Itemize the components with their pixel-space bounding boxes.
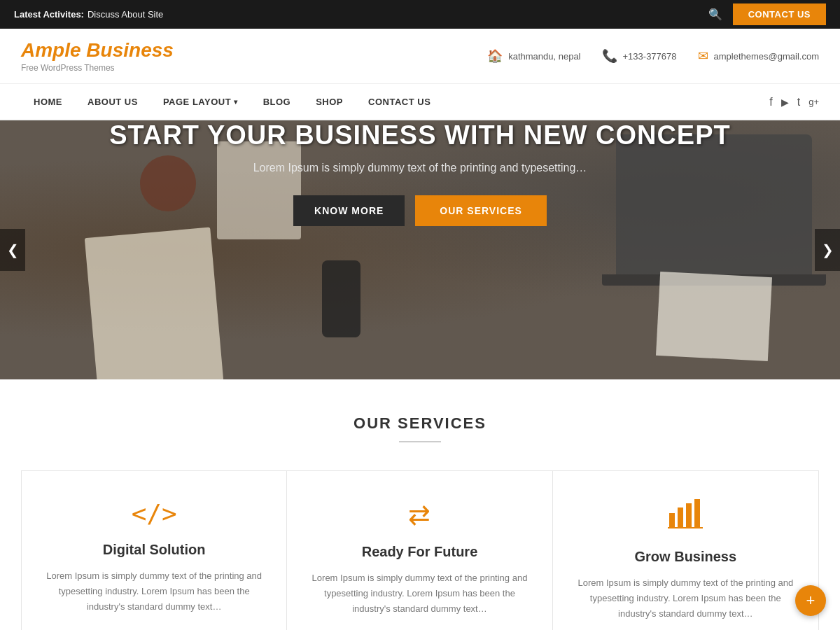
facebook-icon[interactable]: f [769, 96, 772, 108]
service-desc-future: Lorem Ipsum is simply dummy text of the … [308, 570, 531, 617]
services-divider [399, 441, 441, 442]
nav-shop[interactable]: SHOP [303, 84, 356, 120]
hero-subtitle: Lorem Ipsum is simply dummy text of the … [28, 162, 812, 174]
news-label: Latest Activites: [14, 9, 84, 20]
service-card-future: ⇄ Ready For Future Lorem Ipsum is simply… [287, 471, 552, 630]
phone-contact: 📞 +133-377678 [602, 48, 677, 64]
services-grid: </> Digital Solution Lorem Ipsum is simp… [21, 470, 819, 630]
hero-content: START YOUR BUSINESS WITH NEW CONCEPT Lor… [0, 120, 840, 226]
code-icon: </> [43, 499, 265, 528]
home-icon: 🏠 [487, 48, 503, 64]
svg-rect-3 [694, 499, 700, 528]
chevron-left-icon: ❮ [7, 241, 19, 258]
services-header: OUR SERVICES [21, 414, 819, 442]
service-desc-grow: Lorem Ipsum is simply dummy text of the … [574, 575, 797, 622]
header: Ample Business Free WordPress Themes 🏠 k… [0, 29, 840, 84]
phone-icon: 📞 [602, 48, 617, 64]
top-bar-news: Latest Activites: Discuss About Site [14, 9, 163, 20]
top-contact-us-button[interactable]: CONTACT US [733, 4, 826, 25]
service-card-digital: </> Digital Solution Lorem Ipsum is simp… [22, 471, 287, 630]
plus-icon: + [806, 592, 816, 610]
nav-social: f ▶ t g+ [769, 96, 819, 108]
svg-rect-2 [686, 503, 692, 528]
top-bar: Latest Activites: Discuss About Site 🔍 C… [0, 0, 840, 29]
service-desc-digital: Lorem Ipsum is simply dummy text of the … [43, 568, 265, 615]
twitter-icon[interactable]: t [797, 96, 800, 108]
search-icon[interactable]: 🔍 [708, 8, 722, 21]
location-text: kathmandu, nepal [508, 51, 580, 62]
nav-about-us[interactable]: ABOUT US [75, 84, 150, 120]
hero-title: START YOUR BUSINESS WITH NEW CONCEPT [28, 120, 812, 150]
services-section: OUR SERVICES </> Digital Solution Lorem … [0, 379, 840, 630]
slider-prev-arrow[interactable]: ❮ [0, 229, 25, 271]
youtube-icon[interactable]: ▶ [781, 97, 789, 108]
chevron-down-icon: ▾ [234, 98, 238, 106]
logo-title[interactable]: Ample Business [21, 39, 174, 62]
news-text: Discuss About Site [88, 9, 163, 20]
top-bar-right: 🔍 CONTACT US [708, 4, 826, 25]
email-text: amplethemes@gmail.com [714, 51, 819, 62]
chevron-right-icon: ❯ [822, 241, 834, 258]
location-contact: 🏠 kathmandu, nepal [487, 48, 580, 64]
navigation: HOME ABOUT US PAGE LAYOUT ▾ BLOG SHOP CO… [0, 84, 840, 120]
chart-icon [574, 499, 797, 535]
transfer-icon: ⇄ [308, 499, 531, 530]
nav-links: HOME ABOUT US PAGE LAYOUT ▾ BLOG SHOP CO… [21, 84, 443, 120]
services-title: OUR SERVICES [21, 414, 819, 433]
nav-page-layout[interactable]: PAGE LAYOUT ▾ [150, 84, 251, 120]
logo-section: Ample Business Free WordPress Themes [21, 39, 174, 73]
email-contact: ✉ amplethemes@gmail.com [698, 48, 819, 64]
nav-home[interactable]: HOME [21, 84, 75, 120]
hero-buttons: KNOW MORE OUR SERVICES [28, 195, 812, 226]
nav-blog[interactable]: BLOG [251, 84, 304, 120]
fab-button[interactable]: + [795, 585, 826, 616]
service-title-digital: Digital Solution [43, 542, 265, 558]
hero-slider: START YOUR BUSINESS WITH NEW CONCEPT Lor… [0, 120, 840, 379]
email-icon: ✉ [698, 48, 708, 64]
nav-contact-us[interactable]: CONTACT US [356, 84, 443, 120]
service-title-future: Ready For Future [308, 544, 531, 560]
know-more-button[interactable]: KNOW MORE [293, 195, 405, 226]
svg-rect-4 [668, 527, 703, 528]
header-contact: 🏠 kathmandu, nepal 📞 +133-377678 ✉ ample… [487, 48, 819, 64]
svg-rect-1 [678, 507, 683, 528]
logo-subtitle: Free WordPress Themes [21, 63, 174, 73]
service-card-grow: Grow Business Lorem Ipsum is simply dumm… [553, 471, 818, 630]
phone-text: +133-377678 [623, 51, 677, 62]
svg-rect-0 [669, 513, 675, 528]
our-services-button[interactable]: OUR SERVICES [415, 195, 547, 226]
service-title-grow: Grow Business [574, 549, 797, 565]
googleplus-icon[interactable]: g+ [808, 97, 819, 107]
slider-next-arrow[interactable]: ❯ [815, 229, 840, 271]
